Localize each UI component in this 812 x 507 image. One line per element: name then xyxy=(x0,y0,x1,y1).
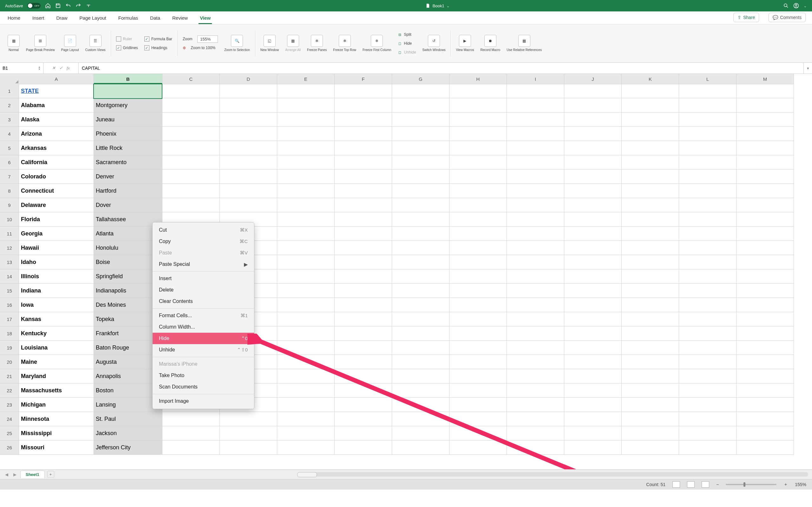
cell-A1[interactable]: STATE xyxy=(19,84,94,98)
cell-K6[interactable] xyxy=(622,155,679,170)
cell-A26[interactable]: Missouri xyxy=(19,441,94,455)
cell-A8[interactable]: Connecticut xyxy=(19,184,94,198)
cell-K9[interactable] xyxy=(622,198,679,212)
cell-E1[interactable] xyxy=(277,84,334,98)
cell-H12[interactable] xyxy=(450,241,507,255)
cell-B8[interactable]: Hartford xyxy=(94,184,162,198)
cell-K11[interactable] xyxy=(622,227,679,241)
cell-I26[interactable] xyxy=(507,441,564,455)
cell-M24[interactable] xyxy=(737,412,794,426)
row-header-21[interactable]: 21 xyxy=(0,369,19,383)
row-header-25[interactable]: 25 xyxy=(0,426,19,441)
cell-C25[interactable] xyxy=(162,426,219,441)
expand-formula-icon[interactable]: ▾ xyxy=(803,63,812,73)
undo-icon[interactable] xyxy=(65,3,71,9)
ctx-import-image[interactable]: Import Image xyxy=(153,395,254,407)
tab-view[interactable]: View xyxy=(199,15,212,24)
col-header-K[interactable]: K xyxy=(622,74,679,84)
cell-H4[interactable] xyxy=(450,127,507,141)
cell-F14[interactable] xyxy=(335,269,392,284)
cell-E18[interactable] xyxy=(277,326,334,341)
cell-B12[interactable]: Honolulu xyxy=(94,241,162,255)
ctx-clear-contents[interactable]: Clear Contents xyxy=(153,296,254,307)
cell-H23[interactable] xyxy=(450,398,507,412)
cell-A24[interactable]: Minnesota xyxy=(19,412,94,426)
cell-E7[interactable] xyxy=(277,170,334,184)
cell-H25[interactable] xyxy=(450,426,507,441)
cell-H22[interactable] xyxy=(450,383,507,398)
cell-E17[interactable] xyxy=(277,312,334,326)
cell-K21[interactable] xyxy=(622,369,679,383)
cell-F8[interactable] xyxy=(335,184,392,198)
cell-L11[interactable] xyxy=(679,227,736,241)
cell-E23[interactable] xyxy=(277,398,334,412)
cell-L4[interactable] xyxy=(679,127,736,141)
cell-J10[interactable] xyxy=(564,212,621,227)
cell-E10[interactable] xyxy=(277,212,334,227)
cell-G4[interactable] xyxy=(392,127,449,141)
cell-G3[interactable] xyxy=(392,112,449,127)
cell-M26[interactable] xyxy=(737,441,794,455)
cell-M8[interactable] xyxy=(737,184,794,198)
cell-J7[interactable] xyxy=(564,170,621,184)
cell-L23[interactable] xyxy=(679,398,736,412)
cell-C9[interactable] xyxy=(162,198,219,212)
cell-L15[interactable] xyxy=(679,284,736,298)
cell-F18[interactable] xyxy=(335,326,392,341)
cell-E2[interactable] xyxy=(277,98,334,112)
cell-F12[interactable] xyxy=(335,241,392,255)
cell-L10[interactable] xyxy=(679,212,736,227)
cell-D6[interactable] xyxy=(220,155,277,170)
relative-refs-button[interactable]: ▦Use Relative References xyxy=(503,24,545,62)
col-header-D[interactable]: D xyxy=(220,74,277,84)
tab-insert[interactable]: Insert xyxy=(31,15,46,24)
cell-E25[interactable] xyxy=(277,426,334,441)
cell-L19[interactable] xyxy=(679,341,736,355)
record-macro-button[interactable]: ⏺Record Macro xyxy=(477,24,503,62)
cell-L21[interactable] xyxy=(679,369,736,383)
cell-L25[interactable] xyxy=(679,426,736,441)
cell-L20[interactable] xyxy=(679,355,736,369)
cell-H19[interactable] xyxy=(450,341,507,355)
cell-K15[interactable] xyxy=(622,284,679,298)
cell-G12[interactable] xyxy=(392,241,449,255)
cell-J4[interactable] xyxy=(564,127,621,141)
cell-D8[interactable] xyxy=(220,184,277,198)
cell-K10[interactable] xyxy=(622,212,679,227)
cell-F17[interactable] xyxy=(335,312,392,326)
cell-B26[interactable]: Jefferson City xyxy=(94,441,162,455)
search-icon[interactable] xyxy=(783,3,789,9)
row-header-16[interactable]: 16 xyxy=(0,298,19,312)
cell-E5[interactable] xyxy=(277,141,334,155)
cell-H13[interactable] xyxy=(450,255,507,269)
tab-page-layout[interactable]: Page Layout xyxy=(78,15,107,24)
cell-E14[interactable] xyxy=(277,269,334,284)
cell-B20[interactable]: Augusta xyxy=(94,355,162,369)
view-pagebreak-icon[interactable] xyxy=(702,481,709,488)
col-header-J[interactable]: J xyxy=(564,74,622,84)
view-custom-button[interactable]: ☰Custom Views xyxy=(82,24,109,62)
cell-I24[interactable] xyxy=(507,412,564,426)
title-chevron-icon[interactable]: ⌄ xyxy=(446,3,450,8)
tab-draw[interactable]: Draw xyxy=(55,15,69,24)
ctx-cut[interactable]: Cut⌘X xyxy=(153,224,254,236)
row-header-3[interactable]: 3 xyxy=(0,112,19,127)
cell-G25[interactable] xyxy=(392,426,449,441)
cell-A20[interactable]: Maine xyxy=(19,355,94,369)
cell-K1[interactable] xyxy=(622,84,679,98)
cell-H9[interactable] xyxy=(450,198,507,212)
cell-I8[interactable] xyxy=(507,184,564,198)
spreadsheet-grid[interactable]: ABCDEFGHIJKLM 12345678910111213141516171… xyxy=(0,74,812,469)
cell-C24[interactable] xyxy=(162,412,219,426)
cell-F4[interactable] xyxy=(335,127,392,141)
ctx-copy[interactable]: Copy⌘C xyxy=(153,236,254,247)
tab-data[interactable]: Data xyxy=(149,15,161,24)
cell-M18[interactable] xyxy=(737,326,794,341)
cell-E20[interactable] xyxy=(277,355,334,369)
freeze-panes-button[interactable]: ❄Freeze Panes xyxy=(304,24,330,62)
cell-B18[interactable]: Frankfort xyxy=(94,326,162,341)
cell-A12[interactable]: Hawaii xyxy=(19,241,94,255)
cell-E13[interactable] xyxy=(277,255,334,269)
cell-L14[interactable] xyxy=(679,269,736,284)
ctx-hide[interactable]: Hide⌃0 xyxy=(153,333,254,344)
